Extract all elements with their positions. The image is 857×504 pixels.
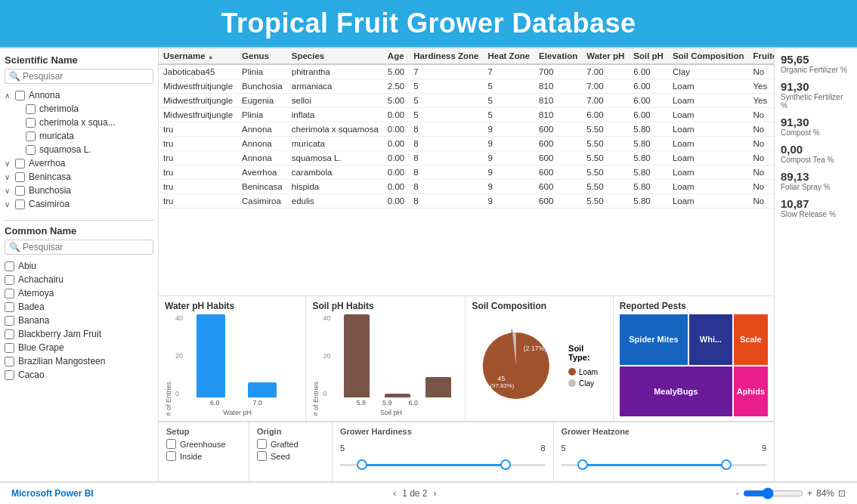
- checkbox-annona[interactable]: [15, 91, 25, 100]
- col-elevation[interactable]: Elevation: [534, 48, 582, 64]
- checkbox-atemoya[interactable]: [5, 289, 14, 298]
- list-item-abiu[interactable]: Abiu: [5, 259, 153, 273]
- setup-greenhouse[interactable]: Greenhouse: [166, 439, 241, 449]
- col-water-ph[interactable]: Water pH: [582, 48, 629, 64]
- table-cell: 0.00: [383, 180, 409, 194]
- heatzone-handle-right[interactable]: [721, 459, 732, 470]
- checkbox-blackberry[interactable]: [5, 329, 14, 339]
- tree-item-squamosa[interactable]: squamosa L.: [5, 143, 153, 156]
- table-cell: Loam: [668, 194, 749, 209]
- table-row: truBenincasahispida0.00896005.505.80Loam…: [159, 180, 774, 194]
- hardiness-handle-left[interactable]: [357, 459, 367, 470]
- scientific-search-input[interactable]: [23, 71, 149, 82]
- heatzone-track[interactable]: [562, 457, 767, 472]
- table-cell: edulis: [287, 194, 383, 209]
- soil-x-title: Soil pH: [323, 409, 459, 416]
- checkbox-averrhoa[interactable]: [15, 159, 25, 169]
- checkbox-inside[interactable]: [166, 451, 176, 461]
- heatzone-handle-left[interactable]: [577, 459, 588, 470]
- checkbox-seed[interactable]: [257, 451, 267, 461]
- scientific-search-box[interactable]: 🔍: [5, 69, 153, 84]
- tree-item-averrhoa[interactable]: ∨ Averrhoa: [5, 156, 153, 170]
- list-item-blackberry[interactable]: Blackberry Jam Fruit: [5, 327, 153, 341]
- brand-link[interactable]: Microsoft Power BI: [11, 488, 94, 499]
- col-age[interactable]: Age: [383, 48, 409, 64]
- label-abiu: Abiu: [18, 261, 36, 271]
- table-cell: 6.00: [629, 108, 668, 122]
- metric-label: Synthetic Fertilizer %: [781, 93, 851, 110]
- table-cell: Eugenia: [237, 94, 287, 108]
- tree-item-benincasa[interactable]: ∨ Benincasa: [5, 170, 153, 184]
- fit-page-button[interactable]: ⊡: [838, 488, 846, 499]
- checkbox-squamosa[interactable]: [26, 145, 36, 155]
- tree-item-bunchosia[interactable]: ∨ Bunchosia: [5, 184, 153, 197]
- hardiness-track[interactable]: [340, 457, 546, 472]
- list-item-badea[interactable]: Badea: [5, 300, 153, 314]
- water-bar-1: [196, 314, 225, 397]
- checkbox-cherimola[interactable]: [26, 104, 36, 114]
- table-row: MidwestfruitjunglePliniainflata0.0055810…: [159, 108, 774, 122]
- list-item-atemoya[interactable]: Atemoya: [5, 286, 153, 300]
- origin-grafted[interactable]: Grafted: [257, 439, 324, 449]
- checkbox-benincasa[interactable]: [15, 172, 25, 182]
- table-cell: 600: [534, 122, 582, 137]
- zoom-slider[interactable]: [743, 487, 803, 499]
- list-item-cacao[interactable]: Cacao: [5, 368, 153, 382]
- common-search-box[interactable]: 🔍: [5, 240, 153, 255]
- checkbox-abiu[interactable]: [5, 261, 14, 271]
- tree-item-annona[interactable]: ∧ Annona: [5, 88, 153, 102]
- checkbox-achachairu[interactable]: [5, 275, 14, 285]
- origin-seed[interactable]: Seed: [257, 451, 324, 461]
- common-search-input[interactable]: [23, 242, 149, 252]
- col-heat[interactable]: Heat Zone: [484, 48, 535, 64]
- tree-item-muricata[interactable]: muricata: [5, 129, 153, 143]
- checkbox-muricata[interactable]: [26, 131, 36, 141]
- water-ph-inner: 40200 6.0 7.0 Water: [175, 314, 299, 416]
- col-username[interactable]: Username ▲: [159, 48, 237, 64]
- tree-label-bunchosia: Bunchosia: [29, 185, 71, 196]
- setup-inside[interactable]: Inside: [166, 451, 241, 461]
- col-fruited[interactable]: Fruited?: [748, 48, 774, 64]
- tree-label-casimiroa: Casimiroa: [29, 199, 70, 209]
- soil-comp-title: Soil Composition: [472, 301, 606, 311]
- col-soil-ph[interactable]: Soil pH: [629, 48, 668, 64]
- table-cell: 5: [484, 94, 535, 108]
- checkbox-greenhouse[interactable]: [166, 439, 176, 449]
- tree-item-cherimola-squa[interactable]: cherimola x squa...: [5, 116, 153, 129]
- col-hardiness[interactable]: Hardiness Zone: [409, 48, 483, 64]
- checkbox-badea[interactable]: [5, 302, 14, 312]
- label-atemoya: Atemoya: [18, 288, 54, 298]
- table-cell: Loam: [668, 94, 749, 108]
- table-cell: 5.50: [582, 122, 629, 137]
- checkbox-banana[interactable]: [5, 316, 14, 326]
- arrow-icon-4: ∨: [5, 187, 15, 195]
- soil-x-2: 5.9: [382, 399, 392, 407]
- data-table-section[interactable]: Username ▲ Genus Species Age Hardiness Z…: [159, 48, 774, 296]
- prev-page-button[interactable]: ‹: [393, 488, 396, 499]
- checkbox-grafted[interactable]: [257, 439, 267, 449]
- zoom-minus-button[interactable]: -: [736, 488, 739, 499]
- checkbox-bunchosia[interactable]: [15, 186, 25, 196]
- table-cell: Benincasa: [237, 180, 287, 194]
- list-item-achachairu[interactable]: Achachairu: [5, 273, 153, 286]
- col-genus[interactable]: Genus: [237, 48, 287, 64]
- hardiness-handle-right[interactable]: [500, 459, 511, 470]
- table-cell: 600: [534, 151, 582, 165]
- checkbox-cacao[interactable]: [5, 370, 14, 380]
- checkbox-casimiroa[interactable]: [15, 199, 25, 209]
- tree-item-casimiroa[interactable]: ∨ Casimiroa: [5, 197, 153, 211]
- next-page-button[interactable]: ›: [434, 488, 437, 499]
- heatzone-max-val: 9: [762, 444, 766, 453]
- list-item-blue-grape[interactable]: Blue Grape: [5, 341, 153, 354]
- col-species[interactable]: Species: [287, 48, 383, 64]
- list-item-banana[interactable]: Banana: [5, 314, 153, 327]
- list-item-brazilian[interactable]: Brazilian Mangosteen: [5, 354, 153, 368]
- zoom-plus-button[interactable]: +: [807, 488, 812, 499]
- tree-item-cherimola[interactable]: cherimola: [5, 102, 153, 116]
- checkbox-blue-grape[interactable]: [5, 343, 14, 353]
- checkbox-brazilian[interactable]: [5, 357, 14, 366]
- col-soil-comp[interactable]: Soil Composition: [668, 48, 749, 64]
- metric-item: 91,30Compost %: [781, 116, 851, 137]
- table-cell: 5.00: [383, 64, 409, 79]
- checkbox-cherimola-squa[interactable]: [26, 118, 36, 128]
